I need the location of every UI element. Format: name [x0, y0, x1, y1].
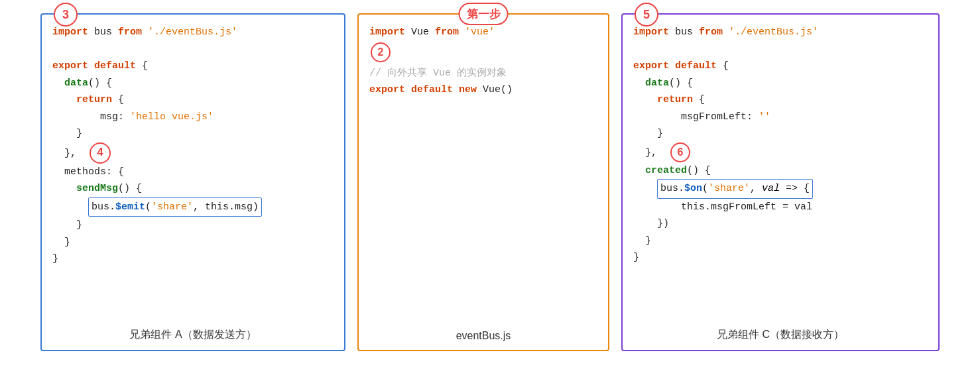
code-block-b: import Vue from 'vue' 2 // 向外共享 Vue 的实例对…	[369, 24, 597, 323]
panel-c-footer: 兄弟组件 C（数据接收方）	[633, 321, 928, 342]
code-block-a: import bus from './eventBus.js' export d…	[52, 24, 334, 321]
code-a: import bus from './eventBus.js' export d…	[52, 24, 334, 268]
code-block-c: import bus from './eventBus.js' export d…	[633, 24, 928, 321]
badge-step: 第一步	[459, 3, 509, 25]
panel-b-footer: eventBus.js	[369, 323, 597, 342]
panel-c: 5 import bus from './eventBus.js' export…	[621, 13, 940, 351]
panel-a: 3 import bus from './eventBus.js' export…	[40, 13, 345, 351]
code-c: import bus from './eventBus.js' export d…	[633, 24, 928, 266]
badge-5: 5	[635, 3, 658, 27]
panel-b: 第一步 import Vue from 'vue' 2 // 向外共享 Vue …	[357, 13, 609, 351]
panel-a-footer: 兄弟组件 A（数据发送方）	[52, 321, 334, 342]
code-b: import Vue from 'vue'	[369, 24, 597, 41]
code-b2: // 向外共享 Vue 的实例对象 export default new Vue…	[369, 65, 597, 99]
badge-3: 3	[54, 3, 78, 27]
